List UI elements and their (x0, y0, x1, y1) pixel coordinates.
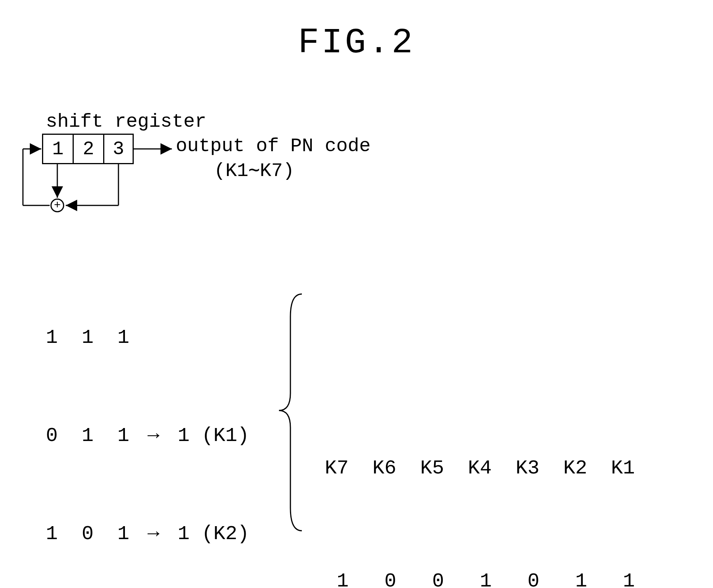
shift-register-cell-2: 2 (73, 134, 103, 164)
arrow-icon: → (141, 420, 166, 452)
shift-register-box: 1 2 3 (42, 134, 134, 164)
output-label: output of PN code (K1∼K7) (176, 134, 371, 183)
output-label-line1: output of PN code (176, 135, 371, 157)
figure-title: FIG.2 (0, 23, 713, 63)
shift-register-cell-3: 3 (103, 134, 134, 164)
figure-canvas: FIG.2 shift register 1 2 3 output of PN … (0, 0, 713, 588)
shift-register-label: shift register (46, 111, 206, 132)
result-header: K7 K6 K5 K4 K3 K2 K1 (325, 450, 635, 488)
state-row-1: 0 1 1 → 1 (K1) (46, 420, 249, 452)
result-block: K7 K6 K5 K4 K3 K2 K1 1 0 0 1 0 1 1 (325, 374, 635, 588)
shift-register-cell-1: 1 (42, 134, 73, 164)
state-row-0: 1 1 1 (46, 321, 249, 354)
state-table: 1 1 1 0 1 1 → 1 (K1) 1 0 1 → 1 (K2) 0 1 … (46, 256, 249, 588)
result-values: 1 0 0 1 0 1 1 (325, 563, 635, 588)
state-row-2: 1 0 1 → 1 (K2) (46, 518, 249, 551)
arrow-icon: → (141, 518, 166, 551)
xor-adder-node: + (50, 199, 64, 212)
output-label-line2: (K1∼K7) (176, 158, 371, 183)
